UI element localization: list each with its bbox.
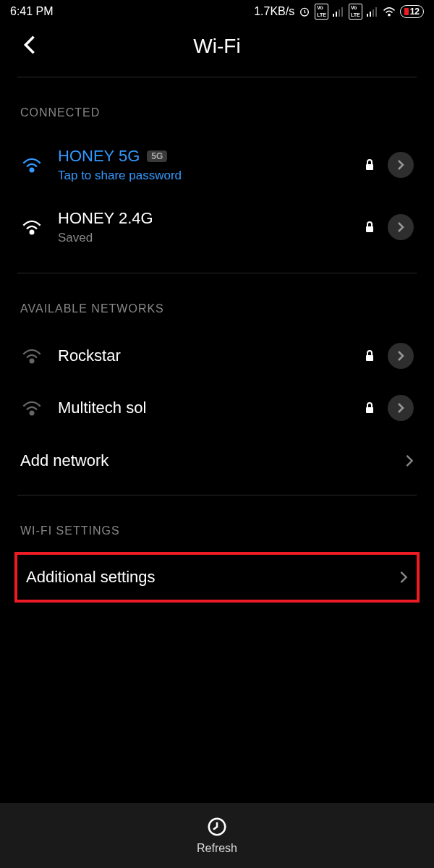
- battery-indicator: 12: [400, 5, 424, 18]
- refresh-button[interactable]: Refresh: [197, 816, 237, 855]
- svg-point-9: [388, 14, 390, 15]
- network-detail-button[interactable]: [388, 395, 414, 421]
- svg-rect-14: [366, 226, 373, 232]
- network-detail-button[interactable]: [388, 152, 414, 178]
- highlight-box: Additional settings: [14, 552, 420, 603]
- signal-icon-2: [367, 7, 378, 17]
- signal-icon-1: [333, 7, 344, 17]
- wifi-icon: [20, 400, 43, 416]
- section-wifi-settings-header: WI-FI SETTINGS: [0, 495, 434, 552]
- svg-rect-10: [404, 8, 409, 15]
- svg-point-17: [30, 412, 34, 415]
- bottom-bar: Refresh: [0, 803, 434, 868]
- badge-5g: 5G: [147, 150, 167, 162]
- wifi-status-icon: [383, 7, 396, 17]
- network-name: Rockstar: [58, 346, 350, 365]
- svg-rect-3: [339, 9, 340, 17]
- svg-rect-7: [373, 9, 374, 17]
- svg-rect-5: [367, 14, 368, 17]
- lock-icon: [365, 221, 375, 234]
- svg-point-11: [30, 169, 34, 172]
- lte-badge-1: VoLTE: [315, 4, 328, 20]
- wifi-icon: [20, 348, 43, 364]
- alarm-icon: [299, 6, 310, 17]
- header: Wi-Fi: [0, 23, 434, 77]
- additional-settings-button[interactable]: Additional settings: [17, 555, 417, 600]
- lock-icon: [365, 158, 375, 171]
- network-saved[interactable]: HONEY 2.4G Saved: [0, 196, 434, 258]
- section-connected-header: CONNECTED: [0, 77, 434, 134]
- svg-point-13: [30, 231, 34, 234]
- add-network-button[interactable]: Add network: [0, 434, 434, 488]
- wifi-icon: [20, 219, 43, 235]
- refresh-label: Refresh: [197, 842, 237, 855]
- network-connected[interactable]: HONEY 5G 5G Tap to share password: [0, 134, 434, 196]
- lock-icon: [365, 349, 375, 362]
- svg-rect-1: [333, 14, 334, 17]
- lte-badge-2: VoLTE: [349, 4, 362, 20]
- chevron-right-icon: [405, 454, 414, 468]
- svg-rect-18: [366, 407, 373, 413]
- status-right: 1.7KB/s VoLTE VoLTE 12: [254, 4, 424, 20]
- network-detail-button[interactable]: [388, 214, 414, 240]
- network-name: HONEY 5G 5G: [58, 147, 350, 166]
- svg-rect-16: [366, 355, 373, 361]
- chevron-right-icon: [399, 570, 408, 584]
- network-detail-button[interactable]: [388, 343, 414, 369]
- network-name: Multitech sol: [58, 399, 350, 417]
- additional-settings-label: Additional settings: [26, 568, 156, 587]
- svg-rect-2: [336, 12, 337, 17]
- status-time: 6:41 PM: [10, 5, 54, 18]
- network-subtitle: Saved: [58, 231, 350, 245]
- section-available-header: AVAILABLE NETWORKS: [0, 273, 434, 330]
- back-button[interactable]: [23, 35, 36, 58]
- svg-rect-8: [375, 7, 377, 17]
- add-network-label: Add network: [20, 451, 109, 470]
- network-available-2[interactable]: Multitech sol: [0, 382, 434, 434]
- svg-point-15: [30, 359, 34, 363]
- data-rate: 1.7KB/s: [254, 5, 294, 18]
- status-bar: 6:41 PM 1.7KB/s VoLTE VoLTE 12: [0, 0, 434, 23]
- svg-rect-12: [366, 164, 373, 170]
- svg-rect-4: [341, 7, 343, 17]
- network-available-1[interactable]: Rockstar: [0, 330, 434, 382]
- svg-rect-6: [370, 12, 371, 17]
- refresh-icon: [206, 816, 228, 838]
- wifi-icon: [20, 157, 43, 173]
- network-subtitle: Tap to share password: [58, 169, 350, 183]
- page-title: Wi-Fi: [14, 35, 420, 58]
- network-name: HONEY 2.4G: [58, 209, 350, 228]
- lock-icon: [365, 401, 375, 414]
